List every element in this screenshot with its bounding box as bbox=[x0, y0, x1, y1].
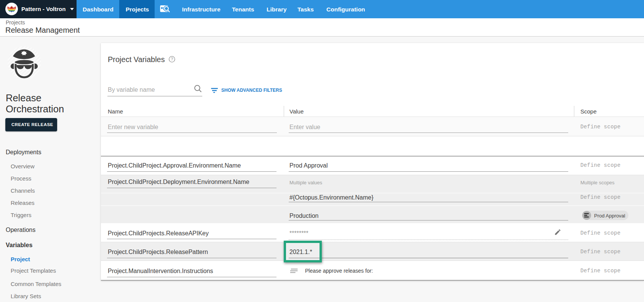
svg-text:?: ? bbox=[171, 57, 173, 61]
